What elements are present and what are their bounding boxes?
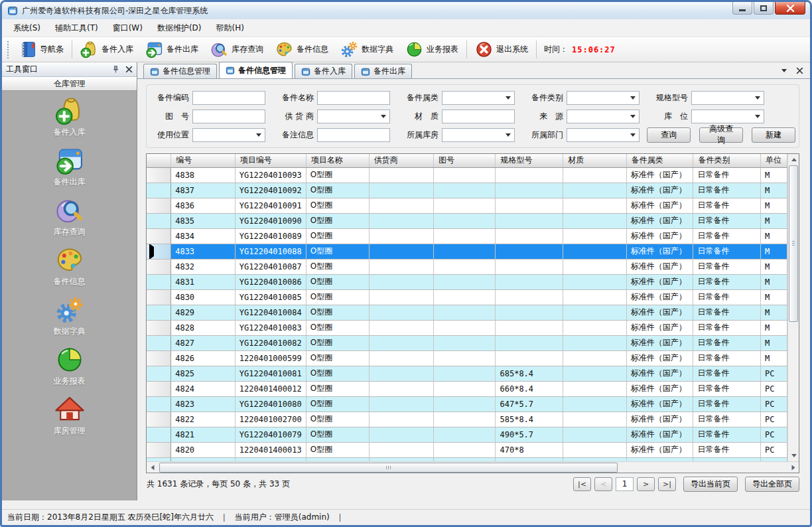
cell[interactable]: M xyxy=(761,274,787,289)
toolbar-parts-inbound-button[interactable]: 备件入库 xyxy=(74,38,139,61)
cell[interactable]: O型圈 xyxy=(306,228,369,244)
prev-page-button[interactable]: < xyxy=(594,477,612,491)
usage-position-select[interactable] xyxy=(192,128,265,142)
cell[interactable]: 1220401400013 xyxy=(235,442,306,457)
cell[interactable] xyxy=(433,396,496,412)
cell[interactable]: 660*8.4 xyxy=(496,381,563,396)
cell[interactable]: M xyxy=(761,244,787,259)
tab-2[interactable]: 备件入库 xyxy=(295,64,352,78)
table-row[interactable]: 48241220401400012O型圈660*8.4标准件（国产）日常备件PC xyxy=(147,381,787,396)
supplier-select[interactable] xyxy=(317,110,390,123)
scroll-left-icon[interactable] xyxy=(147,462,158,473)
table-row[interactable]: 4837YG12204010092O型圈标准件（国产）日常备件M xyxy=(147,183,787,198)
cell[interactable] xyxy=(433,228,496,244)
cell[interactable]: 4829 xyxy=(171,305,236,320)
cell[interactable]: YG12204010088 xyxy=(235,244,306,259)
cell[interactable]: M xyxy=(761,183,787,198)
cell[interactable]: O型圈 xyxy=(306,442,369,457)
cell[interactable] xyxy=(563,228,627,244)
cell[interactable] xyxy=(369,305,433,320)
panel-close-icon[interactable] xyxy=(125,66,133,73)
row-selector-header[interactable] xyxy=(147,154,171,167)
location-select[interactable] xyxy=(691,110,764,123)
spec-model-select[interactable] xyxy=(691,91,764,105)
cell[interactable]: YG12204010082 xyxy=(235,335,306,350)
cell[interactable]: YG12204010091 xyxy=(235,198,306,213)
part-attribute-select[interactable] xyxy=(442,91,515,105)
cell[interactable]: 标准件（国产） xyxy=(626,213,693,228)
cell[interactable] xyxy=(496,274,563,289)
cell[interactable]: O型圈 xyxy=(306,335,369,350)
cell[interactable]: O型圈 xyxy=(306,167,369,183)
sidebar-item-parts-outbound[interactable]: 备件出库 xyxy=(54,146,86,188)
cell[interactable]: YG12204010087 xyxy=(235,259,306,274)
cell[interactable] xyxy=(433,213,496,228)
table-row[interactable]: 4835YG12204010090O型圈标准件（国产）日常备件M xyxy=(147,213,787,228)
table-row[interactable]: 4829YG12204010084O型圈标准件（国产）日常备件M xyxy=(147,305,787,320)
cell[interactable]: PC xyxy=(761,412,787,427)
cell[interactable]: M xyxy=(761,228,787,244)
cell[interactable] xyxy=(496,228,563,244)
row-header-cell[interactable] xyxy=(147,305,171,320)
cell[interactable]: 日常备件 xyxy=(693,396,761,412)
cell[interactable]: 685*8.4 xyxy=(496,366,563,381)
maximize-button[interactable] xyxy=(754,2,774,15)
cell[interactable]: 标准件（国产） xyxy=(626,198,693,213)
cell[interactable]: 标准件（国产） xyxy=(626,259,693,274)
row-header-cell[interactable] xyxy=(147,350,171,366)
cell[interactable] xyxy=(563,320,627,335)
cell[interactable]: 标准件（国产） xyxy=(626,228,693,244)
table-row[interactable]: 4836YG12204010091O型圈标准件（国产）日常备件M xyxy=(147,198,787,213)
sidebar-item-stock-query[interactable]: 库存查询 xyxy=(54,196,86,238)
cell[interactable]: 4825 xyxy=(171,366,236,381)
cell[interactable] xyxy=(496,167,563,183)
row-header-cell[interactable] xyxy=(147,183,171,198)
tab-1-active[interactable]: 备件信息管理 xyxy=(219,62,293,78)
source-select[interactable] xyxy=(567,110,640,123)
cell[interactable] xyxy=(563,350,627,366)
row-header-cell[interactable] xyxy=(147,427,171,442)
column-header-7[interactable]: 备件属类 xyxy=(626,154,693,167)
cell[interactable]: 日常备件 xyxy=(693,167,761,183)
cell[interactable]: 470*8 xyxy=(496,442,563,457)
cell[interactable] xyxy=(433,320,496,335)
row-header-cell[interactable] xyxy=(147,412,171,427)
cell[interactable] xyxy=(433,442,496,457)
cell[interactable] xyxy=(369,335,433,350)
remark-input[interactable] xyxy=(317,128,390,142)
cell[interactable] xyxy=(369,183,433,198)
table-row-selected[interactable]: 4833YG12204010088O型圈标准件（国产）日常备件M xyxy=(147,244,787,259)
tab-list-dropdown-icon[interactable] xyxy=(781,69,787,72)
cell[interactable]: 4822 xyxy=(171,412,236,427)
cell[interactable] xyxy=(433,412,496,427)
horizontal-scroll-thumb[interactable] xyxy=(159,463,618,473)
row-header-cell[interactable] xyxy=(147,274,171,289)
scroll-up-icon[interactable] xyxy=(788,154,799,165)
cell[interactable] xyxy=(369,366,433,381)
cell[interactable] xyxy=(369,381,433,396)
cell[interactable] xyxy=(433,289,496,305)
cell[interactable] xyxy=(369,412,433,427)
cell[interactable]: 日常备件 xyxy=(693,289,761,305)
cell[interactable]: 日常备件 xyxy=(693,427,761,442)
dropdown-arrow-icon[interactable] xyxy=(752,92,763,104)
cell[interactable]: 4838 xyxy=(171,167,236,183)
cell[interactable]: 标准件（国产） xyxy=(626,396,693,412)
tab-close-icon[interactable] xyxy=(796,67,803,74)
cell[interactable]: 日常备件 xyxy=(693,244,761,259)
minimize-button[interactable] xyxy=(732,2,752,15)
cell[interactable]: 标准件（国产） xyxy=(626,381,693,396)
column-header-0[interactable]: 编号 xyxy=(171,154,236,167)
cell[interactable]: 4837 xyxy=(171,183,236,198)
cell[interactable]: 日常备件 xyxy=(693,412,761,427)
cell[interactable] xyxy=(563,259,627,274)
cell[interactable] xyxy=(563,396,627,412)
cell[interactable] xyxy=(433,183,496,198)
cell[interactable] xyxy=(496,259,563,274)
cell[interactable]: O型圈 xyxy=(306,381,369,396)
cell[interactable]: 4836 xyxy=(171,198,236,213)
cell[interactable]: M xyxy=(761,167,787,183)
cell[interactable]: 标准件（国产） xyxy=(626,442,693,457)
row-header-cell[interactable] xyxy=(147,167,171,183)
cell[interactable]: 4832 xyxy=(171,259,236,274)
